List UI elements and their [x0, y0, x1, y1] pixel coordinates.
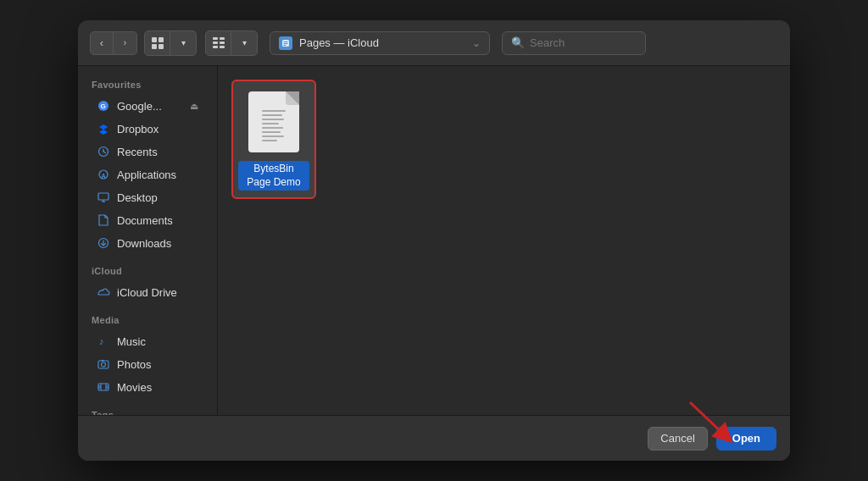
sidebar-item-documents-label: Documents: [117, 214, 173, 227]
desktop-logo-icon: [97, 191, 109, 203]
sidebar-item-desktop[interactable]: Desktop: [83, 186, 212, 208]
documents-icon: [97, 213, 110, 227]
file-line-1: [262, 110, 286, 112]
location-icon: [279, 36, 292, 50]
sidebar-item-icloud-drive-label: iCloud Drive: [117, 286, 177, 299]
svg-text:A: A: [102, 173, 106, 179]
pages-icon: [281, 39, 290, 47]
main-content: Favourites G Google... ⏏: [78, 66, 790, 415]
eject-icon: ⏏: [190, 101, 198, 112]
svg-rect-13: [284, 45, 287, 46]
film-icon: [97, 381, 109, 393]
sidebar-item-applications[interactable]: A Applications: [83, 163, 212, 185]
applications-logo-icon: A: [97, 169, 109, 180]
sidebar-item-google[interactable]: G Google... ⏏: [83, 95, 212, 117]
sidebar-item-documents[interactable]: Documents: [83, 209, 212, 231]
document-logo-icon: [97, 214, 109, 226]
recents-icon: [97, 145, 110, 158]
icon-view-button[interactable]: [145, 31, 170, 55]
music-icon: ♪: [97, 334, 110, 348]
svg-rect-0: [152, 37, 157, 42]
toolbar: ‹ › ▾: [78, 20, 790, 66]
forward-button[interactable]: ›: [114, 31, 137, 55]
sidebar-item-recents-label: Recents: [117, 146, 158, 158]
file-area: BytesBin Page Demo: [218, 66, 790, 415]
icon-view-buttons: ▾: [144, 30, 197, 56]
movies-icon: [97, 380, 110, 394]
grid-view-icon: [152, 37, 164, 49]
sidebar-item-downloads-label: Downloads: [117, 237, 171, 250]
icon-view-chevron[interactable]: ▾: [170, 31, 196, 55]
cloud-icon: [97, 287, 110, 297]
svg-rect-3: [159, 44, 164, 49]
list-view-buttons: ▾: [205, 30, 258, 56]
svg-rect-5: [220, 37, 225, 40]
svg-text:♪: ♪: [99, 336, 104, 346]
location-text: Pages — iCloud: [299, 36, 465, 49]
applications-icon: A: [97, 168, 110, 181]
svg-rect-32: [98, 384, 108, 390]
sidebar-item-google-label: Google...: [117, 100, 162, 113]
search-input[interactable]: [530, 36, 637, 49]
cancel-button[interactable]: Cancel: [648, 427, 707, 451]
media-section-title: Media: [78, 312, 217, 329]
downloads-logo-icon: [97, 237, 109, 249]
location-bar[interactable]: Pages — iCloud ⌄: [270, 31, 490, 55]
sidebar-item-music[interactable]: ♪ Music: [83, 330, 212, 352]
nav-buttons: ‹ ›: [90, 31, 137, 55]
file-icon-lines: [262, 110, 286, 141]
icloud-drive-icon: [97, 285, 110, 299]
svg-text:G: G: [101, 102, 106, 110]
sidebar-item-movies-label: Movies: [117, 381, 152, 394]
file-icon-wrapper: [243, 88, 304, 156]
file-line-5: [262, 127, 283, 129]
bottom-bar: Cancel Open: [78, 415, 790, 461]
svg-point-30: [102, 362, 106, 367]
back-button[interactable]: ‹: [90, 31, 114, 55]
svg-rect-11: [284, 41, 288, 42]
svg-rect-29: [98, 361, 108, 368]
sidebar-item-recents[interactable]: Recents: [83, 141, 212, 163]
list-view-button[interactable]: [206, 31, 231, 55]
open-file-dialog: ‹ › ▾: [78, 20, 790, 461]
sidebar-item-music-label: Music: [117, 335, 146, 348]
sidebar-item-dropbox[interactable]: Dropbox: [83, 118, 212, 140]
svg-rect-6: [213, 41, 218, 44]
file-icon: [248, 91, 299, 152]
open-button[interactable]: Open: [716, 427, 776, 451]
search-bar[interactable]: 🔍: [502, 31, 646, 55]
sidebar-item-desktop-label: Desktop: [117, 191, 158, 204]
google-icon: G: [97, 99, 110, 113]
svg-marker-17: [103, 124, 108, 130]
sidebar-item-downloads[interactable]: Downloads: [83, 232, 212, 254]
file-line-2: [262, 114, 282, 116]
sidebar-item-icloud-drive[interactable]: iCloud Drive: [83, 281, 212, 303]
sidebar-item-applications-label: Applications: [117, 169, 176, 181]
svg-rect-12: [284, 43, 288, 44]
list-view-icon: [213, 37, 225, 49]
file-line-7: [262, 135, 284, 137]
photos-icon: [97, 357, 110, 371]
file-name: BytesBin Page Demo: [238, 161, 309, 191]
icloud-section-title: iCloud: [78, 263, 217, 279]
sidebar-item-movies[interactable]: Movies: [83, 376, 212, 398]
music-note-icon: ♪: [97, 335, 109, 347]
sidebar-item-photos[interactable]: Photos: [83, 353, 212, 375]
list-view-chevron[interactable]: ▾: [231, 31, 257, 55]
svg-rect-2: [152, 44, 157, 49]
google-logo-icon: G: [97, 100, 109, 112]
dropbox-icon: [97, 122, 110, 135]
file-line-6: [262, 131, 281, 133]
svg-rect-31: [102, 360, 104, 362]
file-dialog: ‹ › ▾: [78, 20, 790, 461]
sidebar: Favourites G Google... ⏏: [78, 66, 218, 415]
search-icon: 🔍: [511, 36, 525, 49]
svg-rect-8: [213, 46, 218, 48]
camera-icon: [97, 358, 109, 370]
file-line-4: [262, 123, 279, 124]
svg-rect-4: [213, 37, 218, 40]
file-item-bytesbin[interactable]: BytesBin Page Demo: [231, 80, 316, 199]
location-chevron: ⌄: [472, 37, 481, 49]
tags-section-title: Tags: [78, 406, 217, 415]
file-line-3: [262, 119, 284, 120]
